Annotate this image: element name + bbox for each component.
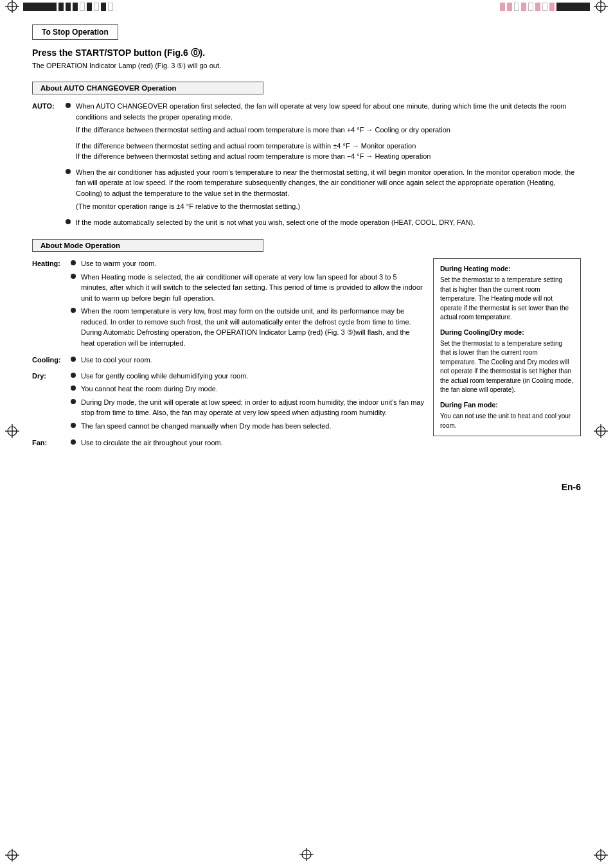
dry-bullet-1: Use for gently cooling while dehumidifyi… — [81, 371, 248, 382]
stop-operation-title: To Stop Operation — [42, 28, 109, 37]
dry-label: Dry: — [32, 372, 71, 380]
mode-operation-header: About Mode Operation — [32, 239, 263, 252]
cooling-bullet-dot-1 — [71, 357, 76, 362]
sidebar-text-fan: You can not use the unit to heat and coo… — [440, 412, 574, 430]
sidebar-heading-fan: During Fan mode: — [440, 400, 574, 410]
fan-bullet-1: Use to circulate the air throughout your… — [81, 438, 223, 448]
bullet-dot-2 — [66, 169, 71, 174]
stop-operation-box: To Stop Operation — [32, 24, 118, 40]
auto-bullet-2: When the air conditioner has adjusted yo… — [66, 167, 581, 199]
sidebar-text-cooling: Set the thermostat to a temperature sett… — [440, 339, 574, 395]
cooling-row: Cooling: Use to cool your room. — [32, 355, 424, 368]
cooling-bullet-1: Use to cool your room. — [81, 355, 152, 366]
sidebar-text-heating: Set the thermostat to a temperature sett… — [440, 276, 574, 323]
heating-bullet-dot-3 — [71, 308, 76, 313]
fan-label: Fan: — [32, 439, 71, 447]
mode-left-col: Heating: Use to warm your room. When Hea… — [32, 258, 433, 454]
reg-mark-bottom-left — [5, 849, 19, 863]
reg-mark-mid-left — [5, 424, 19, 439]
auto-indent-2: If the difference between thermostat set… — [76, 141, 581, 162]
page-number: En-6 — [562, 482, 581, 492]
deco-bar-left — [23, 3, 113, 11]
dry-row: Dry: Use for gently cooling while dehumi… — [32, 371, 424, 436]
dry-bullet-dot-3 — [71, 399, 76, 404]
auto-changeover-header: About AUTO CHANGEOVER Operation — [32, 82, 263, 94]
dry-bullet-3: During Dry mode, the unit will operate a… — [81, 397, 424, 418]
press-subtext: The OPERATION Indicator Lamp (red) (Fig.… — [32, 62, 581, 70]
deco-bar-right — [500, 3, 590, 11]
cooling-label: Cooling: — [32, 356, 71, 364]
auto-bullet-1: When AUTO CHANGEOVER operation first sel… — [66, 101, 581, 122]
dry-bullet-dot-1 — [71, 373, 76, 378]
bullet-dot — [66, 103, 71, 108]
heating-row: Heating: Use to warm your room. When Hea… — [32, 258, 424, 352]
auto-bullet-3: If the mode automatically selected by th… — [66, 217, 581, 228]
auto-indent-1: If the differance between thermostat set… — [76, 125, 581, 136]
auto-label: AUTO: — [32, 102, 66, 110]
dry-bullet-4: The fan speed cannot be changed manually… — [81, 421, 332, 432]
fan-bullet-dot-1 — [71, 439, 76, 445]
fan-row: Fan: Use to circulate the air throughout… — [32, 438, 424, 451]
heating-label: Heating: — [32, 260, 71, 267]
auto-bullet-text-2: When the air conditioner has adjusted yo… — [76, 167, 581, 199]
mode-operation-title: About Mode Operation — [40, 242, 120, 249]
sidebar-heading-cooling: During Cooling/Dry mode: — [440, 328, 574, 337]
auto-changeover-title: About AUTO CHANGEOVER Operation — [40, 84, 176, 92]
auto-bullet-text-3: If the mode automatically selected by th… — [76, 217, 475, 228]
auto-bullet-text-1: When AUTO CHANGEOVER operation first sel… — [76, 101, 581, 122]
sidebar-heading-heating: During Heating mode: — [440, 264, 574, 274]
auto-indent-3: (The monitor operation range is ±4 °F re… — [76, 201, 581, 212]
dry-bullet-dot-4 — [71, 423, 76, 428]
reg-mark-top-right — [594, 0, 608, 14]
bullet-dot-3 — [66, 219, 71, 224]
reg-mark-bottom-center — [299, 848, 314, 862]
mode-layout: Heating: Use to warm your room. When Hea… — [32, 258, 581, 454]
heating-bullet-dot-2 — [71, 274, 76, 279]
sidebar-box: During Heating mode: Set the thermostat … — [433, 258, 581, 436]
bottom-deco-bar — [0, 849, 613, 862]
reg-mark-top-left — [5, 0, 19, 14]
press-heading: Press the START/STOP button (Fig.6 ⓪). — [32, 48, 581, 59]
dry-bullet-dot-2 — [71, 385, 76, 391]
auto-row: AUTO: When AUTO CHANGEOVER operation fir… — [32, 101, 581, 231]
reg-mark-mid-right — [594, 424, 608, 439]
heating-bullet-1: Use to warm your room. — [81, 258, 156, 269]
heating-bullet-2: When Heating mode is selected, the air c… — [81, 272, 424, 304]
dry-bullet-2: You cannot heat the room during Dry mode… — [81, 384, 218, 394]
heating-bullet-dot-1 — [71, 260, 76, 265]
reg-mark-bottom-right — [594, 849, 608, 863]
heating-bullet-3: When the room temperature is very low, f… — [81, 306, 424, 348]
